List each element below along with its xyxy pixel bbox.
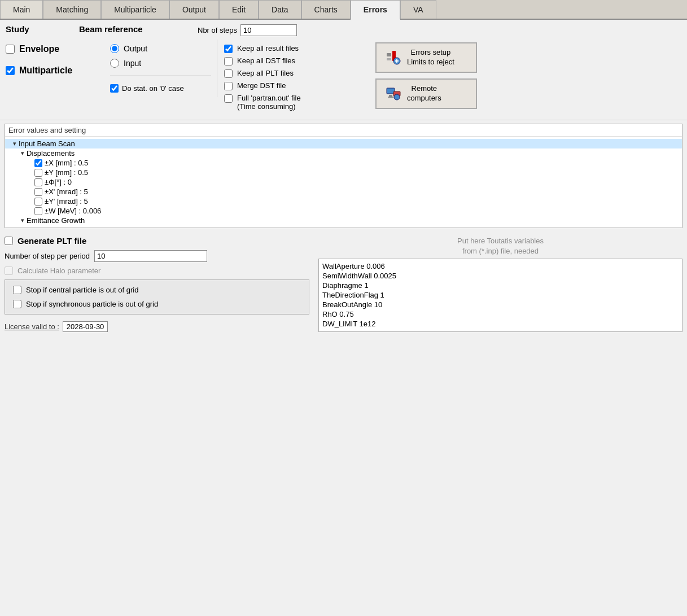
calc-halo-row: Calculate Halo parameter	[5, 267, 309, 275]
tree-item-emittance[interactable]: ▾ Emittance Growth	[5, 216, 682, 225]
errors-setup-button[interactable]: Errors setup Limits to reject	[375, 42, 477, 73]
envelope-label: Envelope	[19, 44, 59, 54]
stop-central-row: Stop if central particle is out of grid	[13, 286, 301, 294]
do-stat-row: Do stat. on '0' case	[110, 84, 211, 93]
tree-label-phi: ±Φ[°] : 0	[45, 178, 72, 186]
license-row: License valid to : 2028-09-30	[5, 321, 309, 332]
keep-result-label: Keep all result files	[237, 44, 299, 53]
tree-label-emittance: Emittance Growth	[27, 216, 85, 225]
keep-dst-label: Keep all DST files	[237, 56, 295, 65]
stop-central-label: Stop if central particle is out of grid	[26, 286, 138, 294]
error-panel: Error values and setting ▾ Input Beam Sc…	[5, 124, 682, 228]
right-buttons: Errors setup Limits to reject Remote	[364, 40, 477, 109]
svg-rect-0	[387, 53, 391, 56]
tree-label-yprime: ±Y' [mrad] : 5	[45, 197, 88, 206]
check-y-mm[interactable]	[34, 169, 42, 177]
tab-matching[interactable]: Matching	[43, 0, 101, 19]
full-partran-checkbox[interactable]	[224, 94, 233, 103]
generate-plt-row: Generate PLT file	[5, 236, 309, 246]
toutatis-item: TheDirectionFlag 1	[322, 290, 679, 300]
error-tree[interactable]: ▾ Input Beam Scan ▾ Displacements ±X [mm…	[5, 137, 682, 228]
keep-result-row: Keep all result files	[224, 44, 357, 53]
divider	[110, 76, 211, 76]
beam-reference-label: Beam reference	[79, 24, 192, 34]
envelope-checkbox[interactable]	[6, 45, 15, 54]
nbr-steps-area: Nbr of steps	[198, 24, 297, 36]
tab-bar: Main Matching Multiparticle Output Edit …	[0, 0, 687, 20]
keep-result-checkbox[interactable]	[224, 45, 233, 53]
tab-charts[interactable]: Charts	[301, 0, 351, 19]
tree-item-x-mm: ±X [mm] : 0.5	[5, 158, 682, 168]
keep-plt-label: Keep all PLT files	[237, 69, 294, 77]
multiparticle-row: Multiparticle	[6, 65, 104, 76]
bottom-left: Generate PLT file Number of step per per…	[5, 236, 309, 332]
step-period-input[interactable]	[94, 250, 207, 262]
stop-box: Stop if central particle is out of grid …	[5, 279, 309, 314]
file-options: Keep all result files Keep all DST files…	[217, 40, 364, 115]
beam-ref-options: Output Input Do stat. on '0' case	[104, 40, 217, 97]
toutatis-item: DW_LIMIT 1e12	[322, 319, 679, 329]
merge-dst-row: Merge DST file	[224, 81, 357, 90]
study-label: Study	[6, 24, 73, 34]
keep-dst-row: Keep all DST files	[224, 56, 357, 65]
input-radio[interactable]	[110, 59, 119, 68]
check-yprime[interactable]	[34, 198, 42, 206]
tree-item-y-mm: ±Y [mm] : 0.5	[5, 168, 682, 177]
left-checks: Envelope Multiparticle	[6, 40, 104, 76]
tree-item-displacements[interactable]: ▾ Displacements	[5, 148, 682, 158]
calc-halo-label: Calculate Halo parameter	[17, 267, 100, 275]
check-x-mm[interactable]	[34, 159, 42, 167]
calc-halo-checkbox[interactable]	[5, 267, 13, 275]
error-panel-title: Error values and setting	[5, 124, 682, 137]
toggle-icon-emittance[interactable]: ▾	[21, 217, 24, 224]
generate-plt-checkbox[interactable]	[5, 237, 13, 245]
stop-sync-row: Stop if synchronous particle is out of g…	[13, 300, 301, 308]
check-w-mev[interactable]	[34, 207, 42, 215]
check-phi[interactable]	[34, 178, 42, 186]
stop-central-checkbox[interactable]	[13, 286, 21, 294]
toutatis-list[interactable]: WallAperture 0.006 SemiWidthWall 0.0025 …	[318, 259, 682, 332]
full-partran-label: Full 'partran.out' file(Time consuming)	[237, 94, 301, 111]
output-radio-label: Output	[124, 44, 147, 53]
multiparticle-checkbox[interactable]	[6, 66, 15, 75]
toggle-icon-input-beam-scan[interactable]: ▾	[13, 140, 16, 147]
tab-va[interactable]: VA	[400, 0, 436, 19]
remote-computers-text: Remote computers	[407, 84, 441, 103]
tree-item-w-mev: ±W [MeV] : 0.006	[5, 206, 682, 216]
toutatis-item: Diaphragme 1	[322, 281, 679, 290]
stop-sync-checkbox[interactable]	[13, 300, 21, 308]
license-value: 2028-09-30	[63, 321, 108, 332]
tab-main[interactable]: Main	[0, 0, 43, 19]
tab-errors[interactable]: Errors	[351, 0, 400, 20]
svg-rect-7	[389, 95, 392, 97]
stop-sync-label: Stop if synchronous particle is out of g…	[26, 300, 158, 308]
tab-edit[interactable]: Edit	[219, 0, 259, 19]
license-link[interactable]: License valid to :	[5, 322, 59, 331]
toutatis-item: SemiWidthWall 0.0025	[322, 271, 679, 281]
tree-item-yprime: ±Y' [mrad] : 5	[5, 196, 682, 206]
nbr-steps-input[interactable]	[240, 24, 297, 36]
output-radio[interactable]	[110, 44, 119, 53]
remote-computers-button[interactable]: Remote computers	[375, 78, 477, 109]
toggle-icon-displacements[interactable]: ▾	[21, 150, 24, 157]
check-xprime[interactable]	[34, 188, 42, 196]
do-stat-checkbox[interactable]	[110, 84, 119, 93]
merge-dst-checkbox[interactable]	[224, 82, 233, 90]
step-period-label: Number of step per period	[5, 252, 90, 260]
tab-multiparticle[interactable]: Multiparticle	[101, 0, 169, 19]
svg-rect-5	[395, 60, 399, 62]
tree-label-w-mev: ±W [MeV] : 0.006	[45, 207, 101, 215]
merge-dst-label: Merge DST file	[237, 81, 286, 90]
keep-plt-checkbox[interactable]	[224, 69, 233, 78]
tree-label-displacements: Displacements	[27, 149, 75, 158]
top-section: Study Beam reference Nbr of steps Envelo…	[0, 20, 687, 120]
keep-dst-checkbox[interactable]	[224, 57, 233, 65]
tab-output[interactable]: Output	[169, 0, 219, 19]
tree-label-y-mm: ±Y [mm] : 0.5	[45, 168, 88, 177]
keep-plt-row: Keep all PLT files	[224, 69, 357, 78]
multiparticle-label: Multiparticle	[19, 65, 72, 76]
svg-point-10	[394, 94, 400, 100]
do-stat-label: Do stat. on '0' case	[122, 84, 184, 93]
tab-data[interactable]: Data	[259, 0, 301, 19]
tree-item-input-beam-scan[interactable]: ▾ Input Beam Scan	[5, 139, 682, 148]
